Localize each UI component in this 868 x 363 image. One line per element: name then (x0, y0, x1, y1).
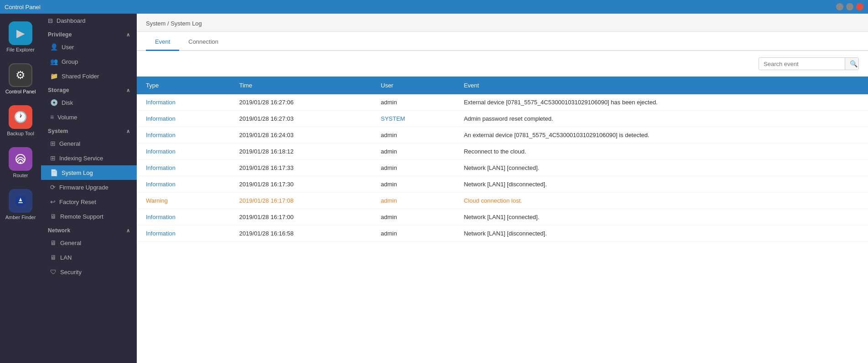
sidebar-icon-amber-finder[interactable]: Amber Finder (0, 184, 41, 225)
lan-icon: 🖥 (50, 254, 57, 261)
search-bar-area: 🔍 (137, 51, 868, 77)
sidebar-item-remote-support[interactable]: 🖥 Remote Support (41, 209, 137, 224)
factory-reset-icon: ↩ (50, 198, 56, 205)
col-event: Event (455, 77, 868, 94)
cell-user: admin (372, 143, 455, 160)
tabs-container: Event Connection (137, 32, 868, 51)
network-label: Network (48, 227, 70, 234)
system-log-label: System Log (62, 169, 93, 176)
sidebar-item-indexing-service[interactable]: ⊞ Indexing Service (41, 151, 137, 165)
cell-event: Admin password reset completed. (455, 111, 868, 127)
col-type: Type (137, 77, 230, 94)
search-input[interactable] (759, 58, 845, 70)
sidebar-icon-control-panel[interactable]: ⚙ Control Panel (0, 58, 41, 100)
cell-user: admin (372, 94, 455, 111)
search-button[interactable]: 🔍 (845, 58, 859, 70)
disk-label: Disk (62, 99, 73, 106)
sidebar-section-privilege: Privilege ∧ (41, 28, 137, 40)
group-label: Group (62, 58, 78, 65)
help-button[interactable] (836, 3, 843, 10)
table-row: Information 2019/01/28 16:24:03 admin An… (137, 127, 868, 143)
disk-icon: 💿 (50, 99, 58, 106)
cell-event: Network [LAN1] [connected]. (455, 209, 868, 225)
firmware-icon: ⟳ (50, 184, 56, 191)
icon-bar: ▶ File Explorer ⚙ Control Panel 🕐 Backup… (0, 14, 41, 363)
cell-time: 2019/01/28 16:17:00 (230, 209, 372, 225)
sidebar-section-storage: Storage ∧ (41, 83, 137, 95)
cell-time: 2019/01/28 16:27:03 (230, 111, 372, 127)
remote-support-label: Remote Support (60, 213, 103, 220)
sidebar-item-lan[interactable]: 🖥 LAN (41, 250, 137, 265)
sidebar-item-disk[interactable]: 💿 Disk (41, 95, 137, 110)
sidebar-icon-file-explorer[interactable]: ▶ File Explorer (0, 16, 41, 58)
router-label: Router (13, 173, 28, 178)
sidebar: ⊟ Dashboard Privilege ∧ 👤 User 👥 Group 📁… (41, 14, 137, 363)
amber-finder-icon (9, 189, 32, 213)
system-log-icon: 📄 (50, 169, 58, 176)
network-general-label: General (60, 240, 81, 246)
sidebar-icon-backup-tool[interactable]: 🕐 Backup Tool (0, 100, 41, 142)
title-bar: Control Panel (0, 0, 868, 14)
sidebar-item-dashboard[interactable]: ⊟ Dashboard (41, 14, 137, 28)
dashboard-icon: ⊟ (48, 17, 53, 24)
sidebar-section-system: System ∧ (41, 124, 137, 136)
storage-label: Storage (48, 87, 69, 93)
sidebar-item-security[interactable]: 🛡 Security (41, 265, 137, 279)
cell-type: Information (137, 94, 230, 111)
breadcrumb-text: System / System Log (146, 20, 202, 27)
sidebar-item-group[interactable]: 👥 Group (41, 54, 137, 69)
cell-time: 2019/01/28 16:27:06 (230, 94, 372, 111)
system-label: System (48, 128, 68, 134)
cell-event: Network [LAN1] [disconnected]. (455, 225, 868, 242)
sidebar-item-factory-reset[interactable]: ↩ Factory Reset (41, 194, 137, 209)
sidebar-icon-router[interactable]: Router (0, 142, 41, 184)
search-box: 🔍 (759, 57, 859, 70)
col-time: Time (230, 77, 372, 94)
file-explorer-icon: ▶ (9, 21, 32, 45)
security-label: Security (60, 269, 82, 276)
router-icon (9, 147, 32, 171)
sidebar-item-shared-folder[interactable]: 📁 Shared Folder (41, 69, 137, 83)
tab-connection[interactable]: Connection (179, 32, 227, 51)
cell-event: Cloud connection lost. (455, 193, 868, 209)
close-button[interactable] (856, 3, 863, 10)
dashboard-label: Dashboard (57, 17, 86, 24)
cell-time: 2019/01/28 16:16:58 (230, 225, 372, 242)
cell-event: Network [LAN1] [disconnected]. (455, 176, 868, 193)
cell-user: admin (372, 225, 455, 242)
sidebar-item-user[interactable]: 👤 User (41, 40, 137, 54)
privilege-label: Privilege (48, 31, 72, 38)
cell-type: Information (137, 127, 230, 143)
tab-event-label: Event (155, 38, 170, 45)
sidebar-item-general[interactable]: ⊞ General (41, 136, 137, 151)
tab-event[interactable]: Event (146, 32, 179, 51)
window-controls (836, 3, 863, 10)
breadcrumb: System / System Log (137, 14, 868, 32)
general-icon: ⊞ (50, 140, 56, 147)
sidebar-item-network-general[interactable]: 🖥 General (41, 235, 137, 250)
cell-user: SYSTEM (372, 111, 455, 127)
storage-chevron: ∧ (126, 87, 130, 93)
main-content: System / System Log Event Connection 🔍 (137, 14, 868, 363)
cell-type: Information (137, 176, 230, 193)
svg-rect-3 (19, 201, 22, 202)
cell-event: External device [0781_5575_4C53000103102… (455, 94, 868, 111)
shared-folder-label: Shared Folder (62, 73, 99, 80)
sidebar-item-volume[interactable]: ≡ Volume (41, 110, 137, 124)
table-row: Information 2019/01/28 16:18:12 admin Re… (137, 143, 868, 160)
cell-time: 2019/01/28 16:17:30 (230, 176, 372, 193)
indexing-icon: ⊞ (50, 154, 56, 162)
sidebar-item-system-log[interactable]: 📄 System Log (41, 165, 137, 180)
general-label: General (59, 140, 80, 147)
minimize-button[interactable] (846, 3, 853, 10)
table-row: Warning 2019/01/28 16:17:08 admin Cloud … (137, 193, 868, 209)
sidebar-section-network: Network ∧ (41, 224, 137, 235)
user-label: User (62, 44, 74, 51)
file-explorer-label: File Explorer (6, 47, 35, 52)
cell-user: admin (372, 209, 455, 225)
sidebar-item-firmware-upgrade[interactable]: ⟳ Firmware Upgrade (41, 180, 137, 194)
backup-tool-icon: 🕐 (9, 105, 32, 129)
cell-user: admin (372, 176, 455, 193)
user-icon: 👤 (50, 43, 58, 51)
remote-support-icon: 🖥 (50, 213, 57, 220)
